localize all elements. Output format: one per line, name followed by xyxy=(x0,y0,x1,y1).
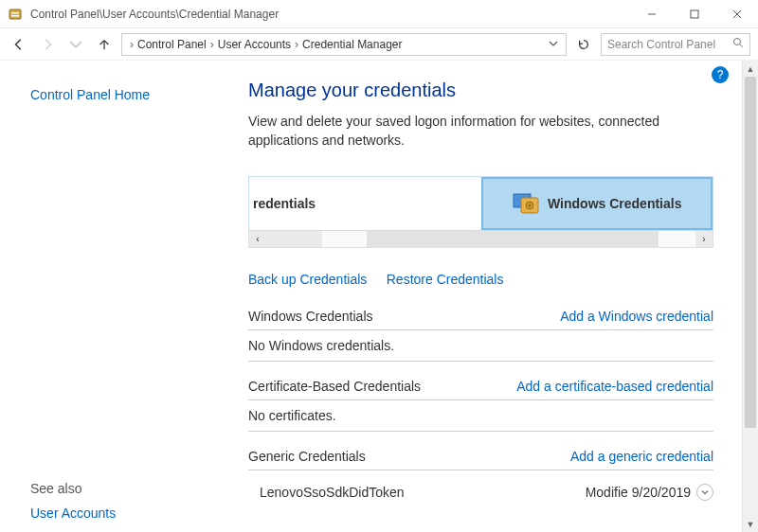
section-title: Generic Credentials xyxy=(248,449,366,464)
scroll-up-button[interactable]: ▲ xyxy=(743,61,758,77)
svg-point-12 xyxy=(529,204,532,207)
control-panel-home-link[interactable]: Control Panel Home xyxy=(30,87,229,102)
section-empty-text: No Windows credentials. xyxy=(248,338,713,362)
window-title: Control Panel\User Accounts\Credential M… xyxy=(30,8,630,21)
chevron-right-icon: › xyxy=(210,38,214,51)
minimize-button[interactable] xyxy=(630,0,673,27)
section-empty-text: No certificates. xyxy=(248,408,713,432)
search-placeholder: Search Control Panel xyxy=(607,38,715,51)
scroll-left-button[interactable]: ‹ xyxy=(249,231,266,247)
backup-credentials-link[interactable]: Back up Credentials xyxy=(248,272,367,287)
add-generic-credential-link[interactable]: Add a generic credential xyxy=(570,449,713,464)
recent-locations-button[interactable] xyxy=(64,33,87,56)
address-bar: › Control Panel › User Accounts › Creden… xyxy=(0,28,758,61)
page-heading: Manage your credentials xyxy=(248,80,713,101)
maximize-button[interactable] xyxy=(673,0,715,27)
svg-rect-1 xyxy=(11,12,19,14)
section-windows-credentials: Windows Credentials Add a Windows creden… xyxy=(248,309,713,362)
search-icon xyxy=(732,37,744,51)
forward-button[interactable] xyxy=(36,33,59,56)
tab-web-credentials[interactable]: redentials xyxy=(249,177,481,230)
section-title: Windows Credentials xyxy=(248,309,373,324)
scroll-thumb[interactable] xyxy=(745,77,756,428)
scroll-down-button[interactable]: ▼ xyxy=(743,516,758,532)
credential-modified: Modifie 9/20/2019 xyxy=(586,485,691,500)
page-description: View and delete your saved logon informa… xyxy=(248,113,713,150)
scroll-track[interactable] xyxy=(322,231,695,247)
add-windows-credential-link[interactable]: Add a Windows credential xyxy=(560,309,713,324)
svg-rect-2 xyxy=(11,15,19,17)
search-input[interactable]: Search Control Panel xyxy=(601,33,750,56)
breadcrumb-bar[interactable]: › Control Panel › User Accounts › Creden… xyxy=(121,33,567,56)
tab-windows-credentials[interactable]: Windows Credentials xyxy=(481,177,713,230)
tab-web-credentials-label: redentials xyxy=(253,196,316,211)
section-title: Certificate-Based Credentials xyxy=(248,379,421,394)
tab-windows-credentials-label: Windows Credentials xyxy=(548,196,681,211)
title-bar: Control Panel\User Accounts\Credential M… xyxy=(0,0,758,28)
back-button[interactable] xyxy=(8,33,30,56)
app-icon xyxy=(8,7,23,22)
scroll-right-button[interactable]: › xyxy=(695,231,713,247)
user-accounts-link[interactable]: User Accounts xyxy=(30,505,229,521)
address-dropdown-button[interactable] xyxy=(545,38,562,51)
svg-point-7 xyxy=(734,39,741,45)
svg-rect-4 xyxy=(691,10,698,18)
restore-credentials-link[interactable]: Restore Credentials xyxy=(387,272,504,287)
tab-scrollbar[interactable]: ‹ › xyxy=(248,231,713,248)
help-button[interactable]: ? xyxy=(712,66,729,83)
vault-icon xyxy=(512,190,542,217)
see-also-header: See also xyxy=(30,481,229,496)
main-content: ? Manage your credentials View and delet… xyxy=(229,61,742,532)
breadcrumb-user-accounts[interactable]: User Accounts xyxy=(218,38,291,51)
credential-type-tabs: redentials Windows Credentials xyxy=(248,176,713,231)
scroll-thumb[interactable] xyxy=(367,231,659,247)
close-button[interactable] xyxy=(715,0,758,27)
breadcrumb-credential-manager[interactable]: Credential Manager xyxy=(302,38,402,51)
scroll-track[interactable] xyxy=(743,77,758,516)
chevron-right-icon: › xyxy=(130,38,134,51)
chevron-right-icon: › xyxy=(295,38,298,51)
add-certificate-credential-link[interactable]: Add a certificate-based credential xyxy=(516,379,713,394)
sidebar: Control Panel Home See also User Account… xyxy=(0,61,229,532)
expand-button[interactable] xyxy=(696,484,713,501)
section-certificate-credentials: Certificate-Based Credentials Add a cert… xyxy=(248,379,713,432)
up-button[interactable] xyxy=(93,33,116,56)
vertical-scrollbar[interactable]: ▲ ▼ xyxy=(742,61,758,532)
credential-row[interactable]: LenovoSsoSdkDidToken Modifie 9/20/2019 xyxy=(248,478,713,503)
credential-name: LenovoSsoSdkDidToken xyxy=(260,485,586,500)
section-generic-credentials: Generic Credentials Add a generic creden… xyxy=(248,449,713,503)
breadcrumb-control-panel[interactable]: Control Panel xyxy=(137,38,207,51)
svg-line-8 xyxy=(740,44,743,47)
refresh-button[interactable] xyxy=(572,33,595,56)
svg-rect-0 xyxy=(9,9,21,19)
